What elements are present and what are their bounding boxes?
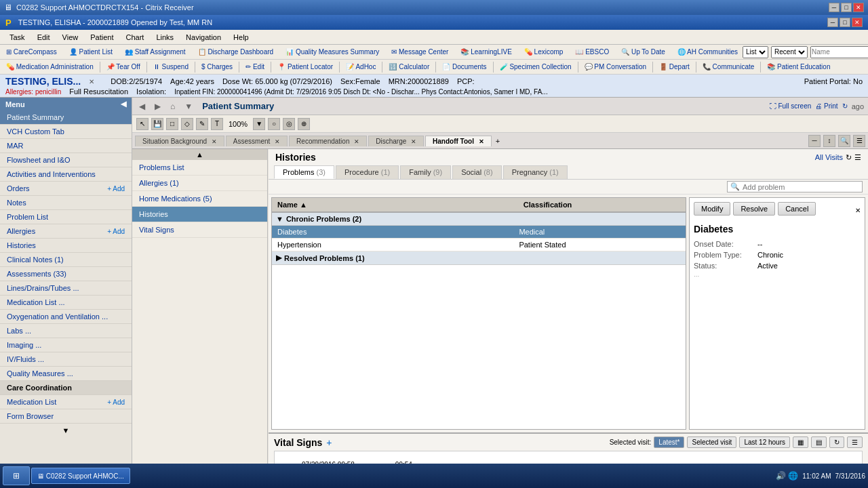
print-button[interactable]: 🖨 Print [815,102,837,110]
resolve-button[interactable]: Resolve [733,202,775,216]
sidebar-item-orders[interactable]: Orders + Add [0,182,132,196]
tool-shape[interactable]: ◇ [181,118,193,130]
sidebar-item-activities[interactable]: Activities and Interventions [0,167,132,182]
chronic-problems-group[interactable]: ▼ Chronic Problems (2) [272,213,686,226]
sidebar-item-labs[interactable]: Labs ... [0,324,132,338]
toolbar-patient-locator[interactable]: 📍 Patient Locator [274,62,336,71]
sidebar-item-flowsheet[interactable]: Flowsheet and I&O [0,153,132,167]
left-nav-problems-list[interactable]: Problems List [132,160,267,176]
toolbar-ah-communities[interactable]: 🌐 AH Communities [674,47,741,56]
list-dropdown[interactable]: List [743,46,768,58]
toolbar-patient-list[interactable]: 👤 Patient List [66,47,116,56]
tool-select[interactable]: ↖ [136,118,149,130]
history-tab-pregnancy[interactable]: Pregnancy (1) [503,165,568,179]
sidebar-scroll-down[interactable]: ▼ [0,424,132,437]
tab-handoff-close[interactable]: ✕ [479,138,484,145]
tab-discharge[interactable]: Discharge ✕ [368,136,424,146]
left-nav-vital-signs[interactable]: Vital Signs [132,222,267,238]
pb-close[interactable]: ✕ [852,18,863,27]
toolbar-calculator[interactable]: 🔢 Calculator [385,62,433,71]
modify-button[interactable]: Modify [694,202,730,216]
tab-ctrl-menu[interactable]: ☰ [853,135,865,147]
histories-refresh-icon[interactable]: ↻ [846,153,852,162]
left-nav-histories[interactable]: Histories [132,207,267,222]
tool-unknown[interactable]: ⊕ [298,118,310,130]
toolbar-carecompass[interactable]: ⊞ CareCompass [3,47,60,56]
tab-add-button[interactable]: + [496,137,500,145]
toolbar-charges[interactable]: $ Charges [198,62,236,71]
orders-add-button[interactable]: + Add [107,185,125,192]
toolbar-edit[interactable]: ✏ Edit [242,62,268,71]
toolbar-staff-assignment[interactable]: 👥 Staff Assignment [121,47,189,56]
table-row-diabetes[interactable]: Diabetes Medical [272,226,686,239]
close-patient-icon[interactable]: ✕ [89,78,94,85]
tab-ctrl-1[interactable]: ─ [808,135,821,147]
window-controls[interactable]: ─ □ ✕ [829,3,864,12]
tab-recommendation[interactable]: Recommendation ✕ [289,136,367,146]
tab-discharge-close[interactable]: ✕ [411,138,416,145]
latest-button[interactable]: Latest* [654,436,684,448]
tab-handoff-tool[interactable]: Handoff Tool ✕ [425,136,492,146]
medication-add-button[interactable]: + Add [107,399,125,406]
zoom-dropdown[interactable]: ▼ [253,118,265,130]
menu-patient[interactable]: Patient [85,32,119,43]
menu-view[interactable]: View [57,32,84,43]
all-visits-label[interactable]: All Visits [815,153,843,161]
sidebar-item-quality-measures[interactable]: Quality Measures ... [0,367,132,381]
toolbar-tear-off[interactable]: 📌 Tear Off [103,62,144,71]
left-nav-allergies[interactable]: Allergies (1) [132,176,267,191]
menu-edit[interactable]: Edit [32,32,56,43]
history-tab-family[interactable]: Family (9) [400,165,451,179]
table-row-hypertension[interactable]: Hypertension Patient Stated [272,239,686,251]
sidebar-item-lines-drains[interactable]: Lines/Drains/Tubes ... [0,281,132,296]
sidebar-collapse-icon[interactable]: ◀ [121,100,126,108]
sidebar-item-clinical-notes[interactable]: Clinical Notes (1) [0,253,132,267]
pb-minimize[interactable]: ─ [827,18,838,27]
history-tab-procedure[interactable]: Procedure (1) [336,165,399,179]
tab-assessment[interactable]: Assessment ✕ [226,136,288,146]
toolbar-up-to-date[interactable]: 🔍 Up To Date [618,47,669,56]
sidebar-item-assessments[interactable]: Assessments (33) [0,267,132,281]
history-tab-social[interactable]: Social (8) [452,165,501,179]
sidebar-item-vch-custom[interactable]: VCH Custom Tab [0,125,132,139]
toolbar-suspend[interactable]: ⏸ Suspend [150,62,192,71]
toolbar-med-admin[interactable]: 💊 Medication Administration [3,62,97,71]
sidebar-item-mar[interactable]: MAR [0,139,132,153]
vital-signs-add-button[interactable]: + [326,437,332,448]
tab-situation-background[interactable]: Situation Background ✕ [135,136,224,146]
sidebar-item-notes[interactable]: Notes [0,196,132,210]
sidebar-item-histories[interactable]: Histories [0,239,132,253]
toolbar-patient-education[interactable]: 📚 Patient Education [764,62,833,71]
tool-text[interactable]: T [211,118,223,130]
nav-home-button[interactable]: ⌂ [167,102,178,111]
toolbar-communicate[interactable]: 📞 Communicate [699,62,757,71]
patient-bar-controls[interactable]: ─ □ ✕ [827,18,863,27]
tool-save[interactable]: 💾 [151,118,163,130]
menu-navigation[interactable]: Navigation [180,32,226,43]
left-panel-scroll-up[interactable]: ▲ [132,149,267,160]
tab-ctrl-2[interactable]: ↕ [823,135,835,147]
last-12-hours-button[interactable]: Last 12 hours [739,436,790,448]
nav-back-button[interactable]: ◀ [136,102,148,111]
toolbar-ebsco[interactable]: 📖 EBSCO [572,47,612,56]
menu-help[interactable]: Help [228,32,254,43]
resolved-problems-group[interactable]: ▶ Resolved Problems (1) [272,251,686,265]
sidebar-item-problem-list[interactable]: Problem List [0,210,132,224]
vital-list-view[interactable]: ▤ [811,436,827,448]
toolbar-specimen[interactable]: 🧪 Specimen Collection [496,62,575,71]
tool-circle2[interactable]: ◎ [283,118,295,130]
sidebar-item-patient-summary[interactable]: Patient Summary [0,110,132,125]
tab-recommendation-close[interactable]: ✕ [354,138,359,145]
recent-dropdown[interactable]: Recent [771,46,808,58]
start-button[interactable]: ⊞ [3,466,30,485]
toolbar-depart[interactable]: 🚪 Depart [656,62,693,71]
toolbar-quality[interactable]: 📊 Quality Measures Summary [282,47,382,56]
sidebar-item-oxygenation[interactable]: Oxygenation and Ventilation ... [0,310,132,324]
left-nav-home-medications[interactable]: Home Medications (5) [132,191,267,207]
tab-situation-close[interactable]: ✕ [212,138,217,145]
sidebar-item-form-browser[interactable]: Form Browser [0,409,132,424]
sidebar-item-medication-list2[interactable]: Medication List + Add [0,395,132,409]
sidebar-item-imaging[interactable]: Imaging ... [0,338,132,352]
history-tab-problems[interactable]: Problems (3) [274,165,334,179]
toolbar-lexicomp[interactable]: 💊 Lexicomp [521,47,567,56]
